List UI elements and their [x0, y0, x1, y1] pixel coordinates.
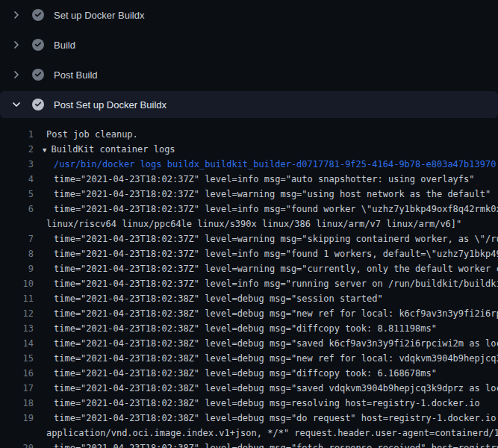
log-row: 1Post job cleanup. — [0, 127, 498, 142]
log-row: 2▼BuildKit container logs — [0, 142, 498, 157]
log-text: time="2021-04-23T18:02:38Z" level=debug … — [34, 366, 437, 381]
log-row: 4time="2021-04-23T18:02:37Z" level=info … — [0, 172, 498, 187]
line-number[interactable]: 3 — [0, 157, 34, 172]
log-row: 7time="2021-04-23T18:02:37Z" level=warni… — [0, 231, 498, 246]
log-text: time="2021-04-23T18:02:38Z" level=debug … — [34, 306, 498, 321]
line-number[interactable]: 15 — [0, 351, 34, 366]
line-number[interactable]: 17 — [0, 381, 34, 396]
log-text: time="2021-04-23T18:02:38Z" level=debug … — [34, 336, 498, 351]
log-row: application/vnd.oci.image.index.v1+json,… — [0, 426, 498, 441]
chevron-right-icon — [10, 69, 22, 81]
check-circle-icon — [32, 69, 44, 81]
log-text: time="2021-04-23T18:02:38Z" level=debug … — [34, 396, 480, 411]
log-text: time="2021-04-23T18:02:37Z" level=warnin… — [34, 231, 498, 246]
step-title: Set up Docker Buildx — [54, 10, 144, 21]
log-row: 6time="2021-04-23T18:02:37Z" level=info … — [0, 202, 498, 217]
triangle-down-icon[interactable]: ▼ — [43, 146, 46, 154]
log-row: 15time="2021-04-23T18:02:38Z" level=debu… — [0, 351, 498, 366]
log-text: time="2021-04-23T18:02:38Z" level=debug … — [34, 351, 498, 366]
step-title: Build — [54, 40, 75, 51]
workflow-steps-list: Set up Docker Buildx Build Post Build Po… — [0, 0, 498, 118]
log-text: Post job cleanup. — [34, 127, 138, 142]
log-row: 14time="2021-04-23T18:02:38Z" level=debu… — [0, 336, 498, 351]
line-number[interactable]: 13 — [0, 321, 34, 336]
log-text: time="2021-04-23T18:02:37Z" level=info m… — [34, 246, 498, 261]
log-text: time="2021-04-23T18:02:38Z" level=debug … — [34, 381, 498, 396]
line-number[interactable]: 10 — [0, 276, 34, 291]
log-text: time="2021-04-23T18:02:37Z" level=warnin… — [34, 187, 491, 202]
line-number[interactable]: 9 — [0, 261, 34, 276]
log-row: 18time="2021-04-23T18:02:38Z" level=debu… — [0, 396, 498, 411]
line-number[interactable]: 18 — [0, 396, 34, 411]
log-viewer: 1Post job cleanup.2▼BuildKit container l… — [0, 119, 498, 448]
step-title: Post Build — [54, 69, 98, 81]
check-circle-icon — [32, 9, 44, 21]
line-number[interactable]: 11 — [0, 291, 34, 306]
line-number[interactable]: 14 — [0, 336, 34, 351]
log-row: 5time="2021-04-23T18:02:37Z" level=warni… — [0, 187, 498, 202]
chevron-right-icon — [10, 39, 22, 51]
log-row: 12time="2021-04-23T18:02:38Z" level=debu… — [0, 306, 498, 321]
log-text: time="2021-04-23T18:02:38Z" level=debug … — [34, 411, 498, 426]
line-number[interactable]: 12 — [0, 306, 34, 321]
chevron-right-icon — [10, 9, 22, 21]
log-text: time="2021-04-23T18:02:37Z" level=info m… — [34, 276, 498, 291]
log-text: time="2021-04-23T18:02:37Z" level=warnin… — [34, 261, 498, 276]
line-number[interactable]: 8 — [0, 246, 34, 261]
step-header-post-build[interactable]: Post Build — [0, 60, 498, 90]
log-row: 19time="2021-04-23T18:02:38Z" level=debu… — [0, 411, 498, 426]
line-number[interactable]: 5 — [0, 187, 34, 202]
log-row: 8time="2021-04-23T18:02:37Z" level=info … — [0, 246, 498, 261]
step-header-build[interactable]: Build — [0, 30, 498, 60]
log-text: time="2021-04-23T18:02:37Z" level=info m… — [34, 172, 475, 187]
step-title: Post Set up Docker Buildx — [54, 99, 166, 111]
check-circle-icon — [32, 99, 44, 111]
step-header-post-set-up-docker-buildx[interactable]: Post Set up Docker Buildx — [0, 91, 498, 118]
line-number[interactable]: 20 — [0, 441, 34, 448]
log-text: ▼BuildKit container logs — [34, 142, 175, 157]
line-number[interactable]: 1 — [0, 127, 34, 142]
line-number[interactable]: 7 — [0, 231, 34, 246]
log-row: 20time="2021-04-23T18:02:38Z" level=debu… — [0, 441, 498, 448]
step-header-set-up-docker-buildx[interactable]: Set up Docker Buildx — [0, 0, 498, 30]
log-text: time="2021-04-23T18:02:38Z" level=debug … — [34, 321, 437, 336]
log-row: 3/usr/bin/docker logs buildx_buildkit_bu… — [0, 157, 498, 172]
log-text: linux/riscv64 linux/ppc64le linux/s390x … — [34, 217, 461, 231]
chevron-down-icon — [10, 99, 22, 111]
log-command-text: /usr/bin/docker logs buildx_buildkit_bui… — [34, 157, 496, 172]
log-row: 16time="2021-04-23T18:02:38Z" level=debu… — [0, 366, 498, 381]
check-circle-icon — [32, 39, 44, 51]
log-text: time="2021-04-23T18:02:37Z" level=info m… — [34, 202, 498, 217]
line-number[interactable]: 19 — [0, 411, 34, 426]
log-text: time="2021-04-23T18:02:38Z" level=debug … — [34, 291, 383, 306]
log-row: 17time="2021-04-23T18:02:38Z" level=debu… — [0, 381, 498, 396]
log-row: 9time="2021-04-23T18:02:37Z" level=warni… — [0, 261, 498, 276]
log-row: 10time="2021-04-23T18:02:37Z" level=info… — [0, 276, 498, 291]
line-number[interactable]: 16 — [0, 366, 34, 381]
line-number — [0, 217, 34, 231]
line-number[interactable]: 6 — [0, 202, 34, 217]
line-number[interactable]: 4 — [0, 172, 34, 187]
log-text: time="2021-04-23T18:02:38Z" level=debug … — [34, 441, 498, 448]
line-number[interactable]: 2 — [0, 142, 34, 157]
log-row: 11time="2021-04-23T18:02:38Z" level=debu… — [0, 291, 498, 306]
log-text: application/vnd.oci.image.index.v1+json,… — [34, 426, 498, 441]
log-row: linux/riscv64 linux/ppc64le linux/s390x … — [0, 217, 498, 231]
line-number — [0, 426, 34, 441]
log-row: 13time="2021-04-23T18:02:38Z" level=debu… — [0, 321, 498, 336]
